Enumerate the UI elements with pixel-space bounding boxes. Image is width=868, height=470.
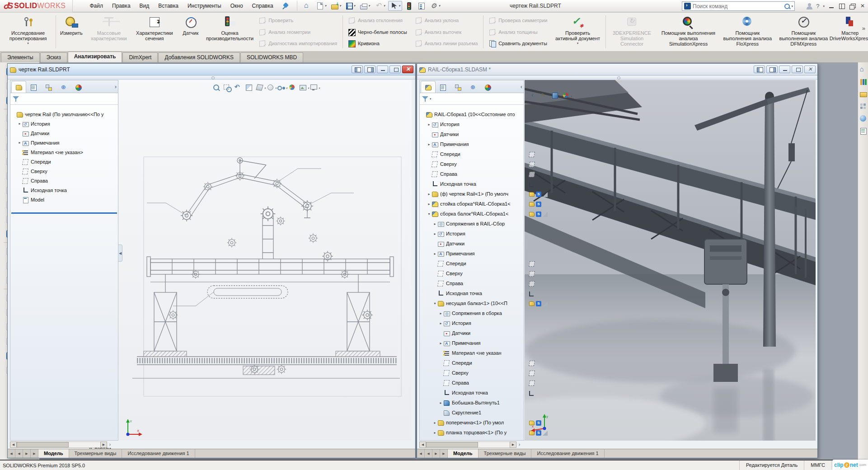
pencil-icon[interactable]	[540, 92, 549, 100]
ribbon-overflow-chevron[interactable]: »	[862, 25, 865, 32]
tab-scroll-left[interactable]: ◀	[8, 449, 15, 458]
rebuild-button[interactable]	[404, 1, 415, 11]
menu-Инструменты[interactable]: Инструменты	[183, 0, 226, 12]
fm-tab-proplist[interactable]	[26, 81, 41, 93]
tree-expand-arrow[interactable]: ▸	[427, 142, 432, 146]
tree-item-Model[interactable]: Model	[10, 195, 118, 204]
tree-item-Справа[interactable]: Справа	[420, 378, 524, 388]
featuremanager-split-bar[interactable]	[11, 212, 117, 214]
tree-expand-arrow[interactable]: ▸	[427, 122, 432, 127]
tree-item-Исходная[interactable]: Исходная точка	[420, 388, 524, 398]
tab-scroll-right[interactable]: ▶	[440, 449, 448, 458]
tree-expand-arrow[interactable]: ▸	[427, 202, 432, 206]
ribbon-button[interactable]: Проверить активный документ▾	[552, 14, 604, 50]
tree-item-Справа[interactable]: Справа	[420, 278, 524, 288]
panel-splitter-handle[interactable]	[8, 75, 415, 80]
fm-tab-disp[interactable]	[71, 81, 86, 93]
open-button[interactable]: ▾	[329, 1, 343, 11]
tree-item-Примечания[interactable]: ▸Примечания	[420, 249, 524, 258]
ribbon-small-button[interactable]: Кривизна	[345, 38, 410, 49]
hideshow-icon[interactable]: ▾	[277, 84, 286, 92]
tree-item-История[interactable]: ▸История	[420, 229, 524, 239]
tree-item-стойка[interactable]: ▸стойка сборка^RAIL-Сборка1<	[420, 199, 524, 209]
appearance-icon[interactable]: ▾	[562, 92, 571, 100]
tree-item-Датчики[interactable]: Датчики	[420, 129, 524, 139]
tab-scroll-left[interactable]: ◀	[417, 449, 425, 458]
panel-expand-chevron[interactable]: ›	[107, 442, 113, 448]
tree-item-Материал[interactable]: Материал <не указан>	[10, 147, 118, 157]
tree-item-несущая[interactable]: ▾несущая балка<1> (10<<П	[420, 298, 524, 308]
panel-collapse-arrow[interactable]: ◀	[118, 244, 122, 262]
tree-item-Примечания[interactable]: ▸Примечания	[420, 338, 524, 348]
scene-icon[interactable]: ▾	[299, 84, 308, 92]
tree-item-Примечания[interactable]: ▸Примечания	[420, 139, 524, 149]
ribbon-small-button[interactable]: Черно-белые полосы	[345, 26, 410, 38]
window-minimize-button[interactable]	[377, 66, 388, 73]
tree-item-Датчики[interactable]: Датчики	[10, 128, 118, 138]
tree-item-Сверху[interactable]: Сверху	[420, 368, 524, 378]
tree-expand-arrow[interactable]: ▸	[432, 421, 437, 425]
scroll-left-button[interactable]: ◀	[10, 442, 17, 448]
zoomfit-icon[interactable]	[212, 84, 221, 92]
tree-expand-arrow[interactable]: ▸	[438, 341, 443, 345]
ribbon-button[interactable]: Мастер DriveWorksXpress	[832, 14, 868, 50]
app-tile-button[interactable]	[839, 3, 845, 9]
fm-tab-proplist[interactable]	[436, 81, 450, 93]
tree-item-Спереди[interactable]: Спереди	[420, 149, 524, 159]
tree-item-чертеж[interactable]: чертеж Rail (По умолчанию<<По у	[10, 109, 118, 119]
tree-item-История[interactable]: ▸История	[420, 119, 524, 129]
tab-Анализировать[interactable]: Анализировать	[68, 52, 122, 62]
scroll-right-button[interactable]: ▶	[100, 442, 107, 448]
tree-item-Сверху[interactable]: Сверху	[10, 166, 118, 176]
tree-item-Спереди[interactable]: Спереди	[10, 157, 118, 166]
ribbon-button[interactable]: Помощник выполнения анализа DFMXpress	[775, 14, 832, 50]
ribbon-button[interactable]: Датчик	[177, 14, 205, 50]
tree-item-История[interactable]: ▸История	[10, 119, 118, 128]
fm-tab-feature-part[interactable]	[11, 81, 26, 93]
window-tile-left-button[interactable]	[352, 66, 363, 73]
menu-Окно[interactable]: Окно	[226, 0, 248, 12]
window-tile-right-button[interactable]	[766, 66, 778, 73]
fm-tabs-overflow[interactable]: ›	[115, 83, 117, 90]
search-icon[interactable]	[784, 3, 790, 9]
fm-tab-config[interactable]	[450, 81, 465, 93]
tree-item-[interactable]: ▸(ф) чертеж Rail<1> (По умолч	[420, 189, 524, 199]
fm-tab-dimx[interactable]: ⊕	[56, 81, 71, 93]
window-tile-right-button[interactable]	[364, 66, 375, 73]
doc-tab-Трехмерные виды[interactable]: Трехмерные виды	[479, 449, 532, 458]
panel-splitter-handle[interactable]	[417, 75, 817, 80]
tree-expand-arrow[interactable]: ▾	[427, 212, 432, 216]
help-dropdown[interactable]: ▾	[823, 5, 825, 8]
fm-tab-feature-asm[interactable]	[421, 81, 436, 93]
tree-item-сборка[interactable]: ▾сборка балок^RAIL-Сборка1<	[420, 209, 524, 219]
ribbon-small-button[interactable]: Сравнить документы	[486, 38, 550, 49]
window-tile-left-button[interactable]	[754, 66, 765, 73]
tree-expand-arrow[interactable]: ▸	[17, 122, 22, 126]
tree-item-Скругление1[interactable]: Скругление1	[420, 408, 524, 418]
taskpane-palette-icon[interactable]	[859, 103, 867, 110]
menu-Файл[interactable]: Файл	[85, 0, 108, 12]
tree-item-Датчики[interactable]: Датчики	[420, 328, 524, 338]
print-button[interactable]: ▾	[358, 1, 372, 11]
ribbon-button[interactable]: Помощник выполнения анализа SimulationXp…	[657, 14, 720, 50]
section-icon[interactable]	[244, 84, 253, 92]
tree-item-Сопряжения[interactable]: ▸Сопряжения в сборка	[420, 308, 524, 318]
zoomarea-icon[interactable]	[223, 84, 232, 92]
tree-expand-arrow[interactable]: ▸	[432, 222, 437, 226]
ribbon-button[interactable]: Исследование проектирования▾	[2, 14, 54, 50]
scroll-right-button[interactable]: ▶	[510, 442, 516, 448]
pin-icon[interactable]	[282, 2, 290, 9]
tree-item-Сверху[interactable]: Сверху	[420, 268, 524, 278]
dropdown-arrow-icon[interactable]: ▾	[27, 42, 29, 45]
tree-expand-arrow[interactable]: ▸	[432, 252, 437, 256]
settings-icon[interactable]: ▾	[310, 84, 319, 92]
fm-tab-dimx[interactable]: ⊕	[465, 81, 480, 93]
taskpane-props-icon[interactable]	[859, 127, 867, 135]
tab-Эскиз[interactable]: Эскиз	[40, 52, 67, 62]
tree-item-Исходная[interactable]: Исходная точка	[420, 288, 524, 298]
fm-tabs-overflow[interactable]: ‹	[521, 83, 522, 90]
ribbon-button[interactable]: Помощник выполнения анализа FloXpress	[720, 14, 775, 50]
cube-icon[interactable]	[551, 92, 560, 100]
tab-scroll-left[interactable]: ◀	[425, 449, 432, 458]
tree-expand-arrow[interactable]: ▸	[432, 232, 437, 236]
